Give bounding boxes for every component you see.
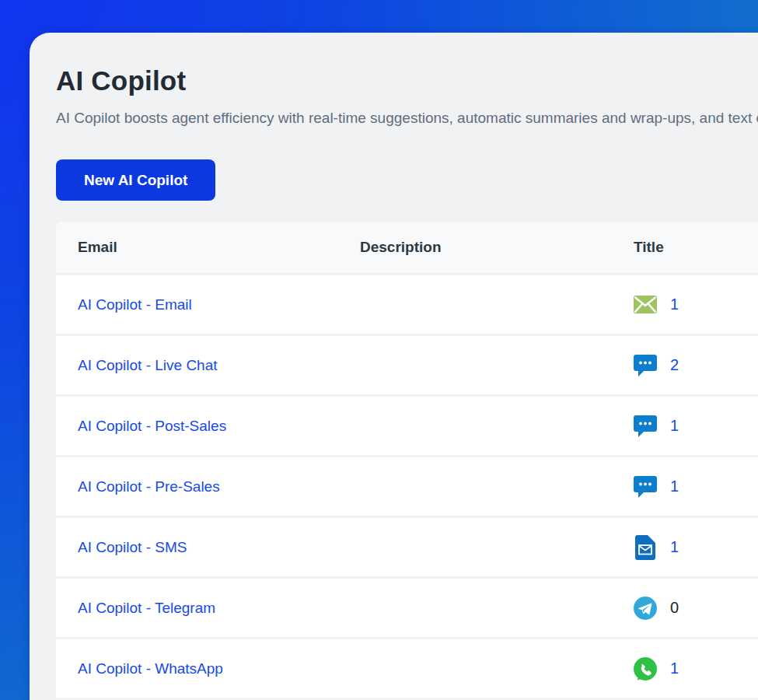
- page-subtitle: AI Copilot boosts agent efficiency with …: [56, 110, 758, 127]
- table-row: AI Copilot - Pre-Sales 1: [56, 457, 758, 516]
- title-count[interactable]: 1: [670, 660, 679, 677]
- table-header: Email Description Title: [56, 222, 758, 273]
- content-card: AI Copilot AI Copilot boosts agent effic…: [30, 33, 758, 700]
- copilot-link-email[interactable]: AI Copilot - Email: [78, 296, 192, 313]
- copilot-link-sms[interactable]: AI Copilot - SMS: [78, 539, 187, 555]
- column-header-email: Email: [56, 239, 338, 256]
- table-row: AI Copilot - Post-Sales 1: [56, 397, 758, 455]
- chat-channel-icon: [634, 414, 657, 439]
- table-row: AI Copilot - Live Chat 2: [56, 336, 758, 394]
- whatsapp-channel-icon: [634, 656, 657, 681]
- copilot-link-whatsapp[interactable]: AI Copilot - WhatsApp: [78, 660, 223, 677]
- column-header-title: Title: [612, 239, 758, 256]
- chat-channel-icon: [634, 353, 657, 378]
- copilots-table: Email Description Title AI Copilot - Ema…: [56, 222, 758, 700]
- page-background: AI Copilot AI Copilot boosts agent effic…: [0, 0, 758, 700]
- table-row: AI Copilot - Telegram 0: [56, 579, 758, 637]
- table-row: AI Copilot - Email 1: [56, 275, 758, 334]
- title-count[interactable]: 2: [670, 356, 679, 374]
- new-ai-copilot-button[interactable]: New AI Copilot: [56, 159, 215, 201]
- page-title: AI Copilot: [56, 65, 758, 96]
- sms-channel-icon: [634, 535, 657, 560]
- chat-channel-icon: [634, 474, 657, 499]
- copilot-link-telegram[interactable]: AI Copilot - Telegram: [78, 600, 215, 616]
- title-count[interactable]: 1: [670, 296, 679, 313]
- title-count[interactable]: 1: [670, 417, 679, 435]
- title-count[interactable]: 1: [670, 478, 679, 495]
- copilot-link-live-chat[interactable]: AI Copilot - Live Chat: [78, 357, 218, 373]
- column-header-description: Description: [338, 239, 612, 256]
- title-count[interactable]: 1: [670, 538, 679, 556]
- title-count: 0: [670, 599, 679, 617]
- telegram-channel-icon: [634, 596, 657, 621]
- copilot-link-post-sales[interactable]: AI Copilot - Post-Sales: [78, 418, 226, 434]
- copilot-link-pre-sales[interactable]: AI Copilot - Pre-Sales: [78, 478, 220, 495]
- table-row: AI Copilot - SMS 1: [56, 518, 758, 576]
- email-channel-icon: [634, 292, 657, 317]
- table-row: AI Copilot - WhatsApp 1: [56, 639, 758, 698]
